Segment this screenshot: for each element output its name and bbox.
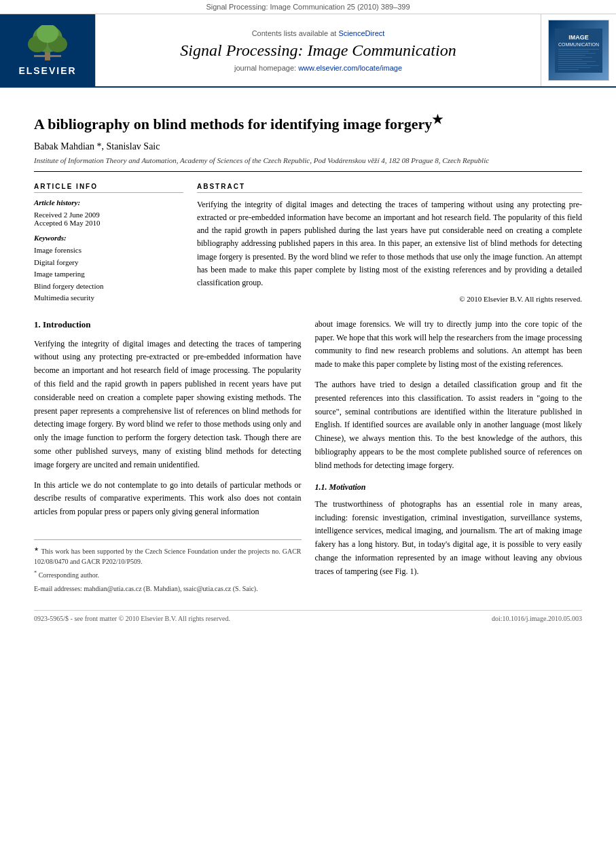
svg-rect-18 bbox=[558, 67, 591, 68]
journal-top-bar: Signal Processing: Image Communication 2… bbox=[0, 0, 616, 14]
paper-title: A bibliography on blind methods for iden… bbox=[34, 112, 582, 135]
body-two-col: 1. Introduction Verifying the integrity … bbox=[34, 318, 582, 596]
keyword-2: Digital forgery bbox=[34, 257, 183, 269]
section1-right-paragraph2: The authors have tried to design a detai… bbox=[315, 378, 583, 473]
footer-bottom: 0923-5965/$ - see front matter © 2010 El… bbox=[34, 610, 582, 622]
svg-rect-9 bbox=[558, 49, 599, 50]
sciencedirect-link: Contents lists available at ScienceDirec… bbox=[252, 29, 385, 37]
article-history-label: Article history: bbox=[34, 198, 183, 207]
paper-content: A bibliography on blind methods for iden… bbox=[0, 88, 616, 636]
svg-rect-16 bbox=[558, 63, 587, 64]
journal-homepage-link[interactable]: www.elsevier.com/locate/image bbox=[298, 64, 402, 72]
elsevier-logo-area: ELSEVIER bbox=[0, 14, 95, 86]
journal-title-area: Contents lists available at ScienceDirec… bbox=[95, 14, 541, 86]
journal-cover-area: IMAGE COMMUNICATION bbox=[541, 14, 616, 86]
abstract-text: Verifying the integrity of digital image… bbox=[197, 198, 582, 289]
cover-image-icon: IMAGE COMMUNICATION bbox=[555, 29, 602, 73]
paper-footnotes: ★ This work has been supported by the Cz… bbox=[34, 539, 302, 594]
svg-rect-13 bbox=[558, 57, 592, 58]
journal-homepage: journal homepage: www.elsevier.com/locat… bbox=[234, 64, 402, 72]
footer-issn: 0923-5965/$ - see front matter © 2010 El… bbox=[34, 615, 230, 622]
elsevier-tree-icon bbox=[20, 25, 75, 62]
article-received: Received 2 June 2009 Accepted 6 May 2010 bbox=[34, 211, 183, 227]
elsevier-wordmark: ELSEVIER bbox=[18, 65, 76, 76]
paper-affiliation: Institute of Information Theory and Auto… bbox=[34, 156, 582, 172]
keyword-1: Image forensics bbox=[34, 245, 183, 257]
svg-rect-12 bbox=[558, 55, 585, 56]
svg-rect-5 bbox=[34, 55, 61, 57]
subsection1-1-title: 1.1. Motivation bbox=[315, 481, 583, 494]
sciencedirect-anchor[interactable]: ScienceDirect bbox=[338, 29, 384, 37]
journal-main-title: Signal Processing: Image Communication bbox=[180, 41, 456, 60]
keyword-3: Image tampering bbox=[34, 268, 183, 281]
abstract-heading: ABSTRACT bbox=[197, 183, 582, 193]
title-star: ★ bbox=[432, 113, 443, 126]
body-col-right: about image forensics. We will try to di… bbox=[315, 318, 583, 596]
section1-paragraph1: Verifying the integrity of digital image… bbox=[34, 338, 302, 472]
keyword-4: Blind forgery detection bbox=[34, 281, 183, 293]
article-info-heading: ARTICLE INFO bbox=[34, 183, 183, 193]
article-info-column: ARTICLE INFO Article history: Received 2… bbox=[34, 183, 183, 304]
svg-text:IMAGE: IMAGE bbox=[568, 34, 589, 41]
footer-doi: doi:10.1016/j.image.2010.05.003 bbox=[492, 615, 582, 622]
section1-title: 1. Introduction bbox=[34, 318, 302, 332]
journal-title-part1: Signal Processing: bbox=[180, 41, 307, 59]
svg-rect-11 bbox=[558, 53, 596, 54]
svg-rect-15 bbox=[558, 61, 596, 62]
svg-rect-17 bbox=[558, 65, 599, 66]
email-footnote: E-mail addresses: mahdian@utia.cas.cz (B… bbox=[34, 584, 302, 594]
keywords-label: Keywords: bbox=[34, 234, 183, 242]
journal-cover-image: IMAGE COMMUNICATION bbox=[548, 20, 609, 81]
svg-rect-19 bbox=[558, 69, 579, 70]
corresponding-footnote: * Corresponding author. bbox=[34, 569, 302, 580]
svg-text:COMMUNICATION: COMMUNICATION bbox=[558, 42, 599, 47]
article-meta-section: ARTICLE INFO Article history: Received 2… bbox=[34, 183, 582, 304]
section1-paragraph2: In this article we do not contemplate to… bbox=[34, 479, 302, 519]
journal-reference: Signal Processing: Image Communication 2… bbox=[206, 3, 410, 11]
keywords-list: Image forensics Digital forgery Image ta… bbox=[34, 245, 183, 304]
subsection1-1-paragraph: The trustworthiness of photographs has a… bbox=[315, 498, 583, 579]
svg-rect-10 bbox=[558, 51, 589, 52]
body-content: 1. Introduction Verifying the integrity … bbox=[34, 318, 582, 596]
journal-title-part2: Image Communication bbox=[307, 41, 456, 59]
abstract-copyright: © 2010 Elsevier B.V. All rights reserved… bbox=[197, 295, 582, 303]
section1-right-paragraph1: about image forensics. We will try to di… bbox=[315, 318, 583, 372]
star-footnote: ★ This work has been supported by the Cz… bbox=[34, 545, 302, 567]
svg-rect-14 bbox=[558, 59, 582, 60]
journal-header: ELSEVIER Contents lists available at Sci… bbox=[0, 14, 616, 88]
abstract-column: ABSTRACT Verifying the integrity of digi… bbox=[197, 183, 582, 304]
paper-authors: Babak Mahdian *, Stanislav Saic bbox=[34, 141, 582, 152]
keyword-5: Multimedia security bbox=[34, 292, 183, 304]
body-col-left: 1. Introduction Verifying the integrity … bbox=[34, 318, 302, 596]
